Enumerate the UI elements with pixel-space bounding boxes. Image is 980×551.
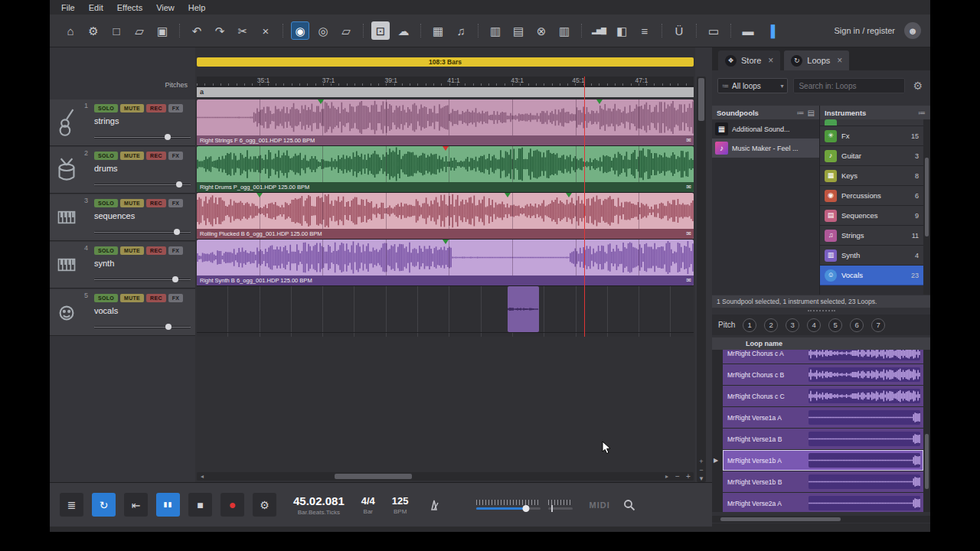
pitch-button-7[interactable]: 7 [871,318,885,332]
loop-mrright-chorus-c-a[interactable]: MrRight Chorus c A [723,350,923,364]
open-project-icon[interactable]: ▱ [130,21,149,40]
mixer-icon[interactable]: ≡ [635,21,654,40]
rec-button[interactable]: REC [146,294,166,302]
volume-knob[interactable] [172,276,178,282]
instrument-percussions[interactable]: ◉Percussions6 [820,186,923,206]
media-import-icon[interactable]: ▱ [337,21,355,40]
lock-objects-icon[interactable]: ⊡ [371,21,390,40]
loop-mrright-verse1a-b[interactable]: MrRight Verse1a B [723,429,923,449]
track-lane-4[interactable]: Right Synth B 6_ogg_001.HDP 125.00 BPM✉ [197,240,694,286]
loop-mrright-chorus-c-c[interactable]: MrRight Chorus c C [723,386,923,406]
scroll-thumb[interactable] [925,158,929,236]
close-icon[interactable]: × [768,55,773,66]
track-volume-slider[interactable] [94,231,191,233]
account-avatar-icon[interactable]: ☻ [904,22,921,39]
loop-mrright-verse1a-a[interactable]: MrRight Verse1a A [723,407,923,428]
mute-button[interactable]: MUTE [120,246,144,255]
loop-mrright-verse1b-b[interactable]: MrRight Verse1b B [723,471,923,492]
audio-clip[interactable]: Right Strings F 6_ogg_001.HDP 125.00 BPM… [197,99,694,145]
instrument-fx[interactable]: ✳Fx15 [820,126,923,146]
fx-button[interactable]: FX [168,104,184,112]
object-edit-icon[interactable]: ◉ [291,21,309,40]
loop-mrright-verse2a-a[interactable]: MrRight Verse2a A [723,493,923,512]
instruments-scrollbar[interactable] [923,119,930,295]
menu-file[interactable]: File [54,2,82,14]
track-lane-1[interactable]: Right Strings F 6_ogg_001.HDP 125.00 BPM… [197,99,694,146]
instrument-sequences[interactable]: ▤Sequences9 [820,206,923,226]
clip-envelope-icon[interactable]: ✉ [686,135,691,145]
scroll-thumb[interactable] [720,517,841,521]
scroll-right-icon[interactable]: ▸ [662,473,672,480]
zoom-in-button[interactable]: + [697,458,706,465]
menu-effects[interactable]: Effects [110,2,149,14]
pitch-button-3[interactable]: 3 [786,318,799,332]
scroll-thumb[interactable] [925,434,929,489]
stop-button[interactable]: ■ [188,493,212,517]
zoom-in-button[interactable]: + [683,472,694,481]
volume-knob[interactable] [523,505,530,512]
undo-icon[interactable]: ↶ [188,21,206,40]
home-icon[interactable]: ⌂ [61,21,80,40]
solo-button[interactable]: SOLO [94,199,118,207]
close-icon[interactable]: × [837,55,842,66]
tab-store[interactable]: ❖ Store × [718,51,780,70]
loop-mrright-verse1b-a[interactable]: MrRight Verse1b A▶ [723,450,923,471]
fx-button[interactable]: FX [168,199,184,207]
filter-list-icon[interactable]: ≔ [797,109,805,117]
sign-in-link[interactable]: Sign in / register [835,26,895,35]
save-project-icon[interactable]: ▣ [153,21,172,40]
doc-meter-icon[interactable]: ▥ [555,21,573,40]
menu-help[interactable]: Help [181,2,213,14]
volume-knob[interactable] [174,229,180,235]
audio-clip[interactable]: Rolling Plucked B 6_ogg_001.HDP 125.00 B… [197,193,694,239]
audio-clip[interactable]: Right Synth B 6_ogg_001.HDP 125.00 BPM✉ [197,240,694,285]
mute-button[interactable]: MUTE [120,294,144,302]
playback-settings-button[interactable]: ⚙ [253,493,276,517]
volume-slider[interactable] [476,500,541,510]
monitor-icon[interactable]: ▭ [704,21,723,40]
track-lane-2[interactable]: Right Drums P_ogg_001.HDP 125.00 BPM✉ [197,146,694,193]
jump-start-button[interactable]: ⇤ [124,493,148,517]
loop-mrright-chorus-c-b[interactable]: MrRight Chorus c B [723,364,923,385]
zoom-search-icon[interactable] [622,498,636,512]
scroll-down-icon[interactable]: ▾ [697,474,706,482]
zoom-out-button[interactable]: − [672,472,683,481]
pause-button[interactable]: ▮▮ [156,493,180,517]
loops-horizontal-scrollbar[interactable] [712,516,930,523]
filter-list-icon[interactable]: ≔ [918,109,926,117]
quantize-grid-icon[interactable]: ▦ [429,21,447,40]
clip-envelope-icon[interactable]: ✉ [686,182,691,192]
tab-loops[interactable]: ↻ Loops × [784,51,849,70]
scroll-track[interactable] [207,473,662,480]
instrument-synth[interactable]: ▥Synth4 [820,246,923,266]
bpm-display[interactable]: 125 BPM [392,495,409,515]
pitch-button-4[interactable]: 4 [807,318,821,332]
instrument-vocals[interactable]: ☺Vocals23 [820,266,923,285]
rec-button[interactable]: REC [146,152,166,160]
balance-slider[interactable] [548,500,573,510]
fx-button[interactable]: FX [168,246,184,255]
vocal-tune-icon[interactable]: Ü [670,21,688,40]
soundpool-item[interactable]: ♪Music Maker - Feel ... [712,139,819,158]
fx-button[interactable]: FX [168,152,184,160]
track-lane-5[interactable] [197,286,694,333]
arrangement-button[interactable]: ≣ [60,493,83,517]
video-monitor-icon[interactable]: ◧ [612,21,631,40]
mute-button[interactable]: MUTE [120,152,144,160]
level-meter-icon[interactable]: ▥ [486,21,505,40]
solo-button[interactable]: SOLO [94,104,118,112]
melody-editor-icon[interactable]: ♫ [452,21,470,40]
volume-knob[interactable] [165,134,171,140]
clip-envelope-icon[interactable]: ✉ [686,229,691,239]
split-view-icon[interactable]: ▬ [739,21,757,40]
playhead[interactable] [584,77,585,337]
fx-button[interactable]: FX [168,294,184,302]
rec-button[interactable]: REC [146,104,166,112]
section-strip[interactable]: a [197,87,694,97]
record-button[interactable]: ● [220,493,244,517]
scroll-left-icon[interactable]: ◂ [197,473,207,480]
instrument-partial[interactable] [820,119,923,126]
pitch-button-6[interactable]: 6 [850,318,864,332]
audio-clip[interactable] [508,286,538,332]
zoom-out-button[interactable]: − [697,466,706,474]
